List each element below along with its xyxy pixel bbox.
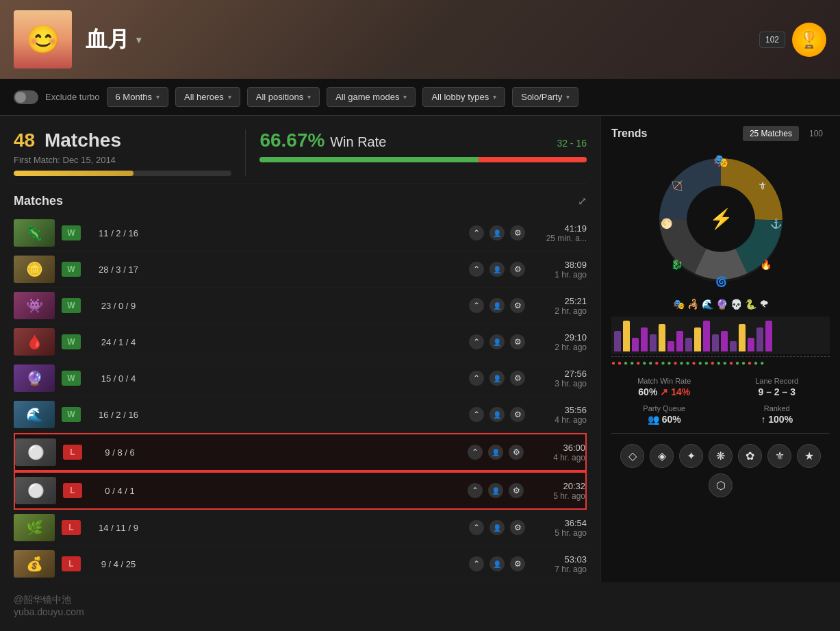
table-row[interactable]: 🌊 W 16 / 2 / 16 ⌃ 👤 ⚙ 35:56 4 hr. ago xyxy=(14,397,587,433)
party-queue-label: Party Queue xyxy=(611,404,717,412)
game-modes-filter-arrow: ▾ xyxy=(403,93,407,101)
result-badge: L xyxy=(63,445,82,460)
filters-bar: Exclude turbo 6 Months ▾ All heroes ▾ Al… xyxy=(0,79,840,116)
hero-icons-row: 🎭 🦂 🌊 🔮 💀 🐍 🌪 xyxy=(611,299,830,310)
svg-text:🎭: 🎭 xyxy=(713,153,729,169)
bar-chart-bars xyxy=(611,317,830,354)
winrate-header: 66.67% Win Rate 32 - 16 xyxy=(259,129,587,151)
right-panel: Trends 25 Matches 100 xyxy=(600,116,840,582)
table-row[interactable]: ⚪ L 0 / 4 / 1 ⌃ 👤 ⚙ 20:32 5 hr. ago xyxy=(14,471,587,510)
item-icon: ⚙ xyxy=(510,407,525,422)
result-badge: W xyxy=(62,371,81,386)
table-row[interactable]: 🦎 W 11 / 2 / 16 ⌃ 👤 ⚙ 41:19 25 min. a... xyxy=(14,215,587,251)
sort-icon: ⌃ xyxy=(469,407,484,422)
match-time: 38:09 1 hr. ago xyxy=(532,260,587,280)
positions-filter[interactable]: All positions ▾ xyxy=(247,87,320,107)
party-icon: 👤 xyxy=(489,407,505,422)
table-row[interactable]: 🌿 L 14 / 11 / 9 ⌃ 👤 ⚙ 36:54 5 hr. ago xyxy=(14,510,587,546)
bar xyxy=(659,324,665,351)
item-icon: ⚙ xyxy=(510,225,525,240)
bar xyxy=(676,331,683,351)
matches-stat: 48 Matches First Match: Dec 15, 2014 xyxy=(14,129,231,176)
heroes-filter[interactable]: All heroes ▾ xyxy=(175,87,240,107)
time-ago: 4 hr. ago xyxy=(532,415,587,425)
hero-thumbnail: 🌿 xyxy=(14,514,55,541)
party-icon: 👤 xyxy=(489,334,505,349)
winrate-bar xyxy=(259,157,587,162)
ranked: Ranked ↑ 100% xyxy=(724,404,830,425)
result-badge: L xyxy=(62,556,81,571)
watermark: @韶华镜中池 yuba.douyu.com xyxy=(14,594,84,617)
donut-svg: ⚡ 🎭 🗡 ⚓ 🔥 🌀 🐉 🌕 🏹 xyxy=(652,151,789,288)
time-filter-arrow: ▾ xyxy=(156,93,160,101)
bar xyxy=(756,327,763,351)
match-duration: 36:00 xyxy=(531,443,585,453)
trends-tabs: 25 Matches 100 xyxy=(743,126,830,141)
item-icon: ⚙ xyxy=(510,334,525,349)
result-badge: W xyxy=(62,298,81,313)
sort-icon: ⌃ xyxy=(468,445,483,460)
party-icon: 👤 xyxy=(488,483,503,498)
table-row[interactable]: 💰 L 9 / 4 / 25 ⌃ 👤 ⚙ 53:03 7 hr. ago xyxy=(14,546,587,582)
bar xyxy=(641,327,648,351)
bar xyxy=(712,334,719,351)
matches-header: Matches ⤢ xyxy=(14,184,587,215)
exclude-turbo-toggle[interactable] xyxy=(14,90,38,104)
donut-chart: ⚡ 🎭 🗡 ⚓ 🔥 🌀 🐉 🌕 🏹 xyxy=(652,151,789,288)
table-row[interactable]: 👾 W 23 / 0 / 9 ⌃ 👤 ⚙ 25:21 2 hr. ago xyxy=(14,288,587,324)
lobby-types-filter[interactable]: All lobby types ▾ xyxy=(422,87,505,107)
sort-icon: ⌃ xyxy=(469,298,484,313)
time-ago: 3 hr. ago xyxy=(532,379,587,388)
hero-thumbnail: ⚪ xyxy=(15,438,56,466)
hero-thumbnail: ⚪ xyxy=(15,477,56,504)
bar xyxy=(721,331,728,351)
svg-text:🌕: 🌕 xyxy=(660,218,672,230)
table-row[interactable]: ⚪ L 9 / 8 / 6 ⌃ 👤 ⚙ 36:00 4 hr. ago xyxy=(14,433,587,471)
tab-25-matches[interactable]: 25 Matches xyxy=(743,126,799,141)
expand-icon[interactable]: ⤢ xyxy=(578,195,587,208)
lane-record-value: 9 – 2 – 3 xyxy=(724,386,830,397)
bar xyxy=(685,338,692,351)
achievement-icon-1: ◇ xyxy=(620,444,644,468)
match-win-rate: Match Win Rate 60% ↗ 14% xyxy=(611,377,717,397)
lobby-types-filter-arrow: ▾ xyxy=(493,93,496,101)
party-queue-value: 👥 60% xyxy=(611,414,717,425)
game-modes-filter[interactable]: All game modes ▾ xyxy=(327,87,416,107)
bar xyxy=(765,321,772,351)
party-icon: 👤 xyxy=(489,298,505,313)
tab-100-matches[interactable]: 100 xyxy=(802,126,830,141)
bar xyxy=(632,338,639,351)
match-time: 36:54 5 hr. ago xyxy=(532,518,587,538)
trophy-icon: 🏆 xyxy=(792,23,826,57)
trends-header: Trends 25 Matches 100 xyxy=(611,126,830,141)
sort-icon: ⌃ xyxy=(469,225,484,240)
hero-thumbnail: 💰 xyxy=(14,550,55,578)
bar xyxy=(694,327,701,351)
match-icons: ⌃ 👤 ⚙ xyxy=(469,298,525,313)
match-duration: 35:56 xyxy=(532,405,587,415)
table-row[interactable]: 🔮 W 15 / 0 / 4 ⌃ 👤 ⚙ 27:56 3 hr. ago xyxy=(14,360,587,397)
time-ago: 2 hr. ago xyxy=(532,306,587,316)
table-row[interactable]: 🩸 W 24 / 1 / 4 ⌃ 👤 ⚙ 29:10 2 hr. ago xyxy=(14,324,587,360)
svg-text:🌀: 🌀 xyxy=(715,276,727,288)
time-filter[interactable]: 6 Months ▾ xyxy=(107,87,168,107)
winrate-score: 32 - 16 xyxy=(557,138,587,149)
match-win-rate-label: Match Win Rate xyxy=(611,377,717,385)
bar xyxy=(739,324,746,351)
matches-title: Matches xyxy=(14,194,63,208)
party-filter[interactable]: Solo/Party ▾ xyxy=(512,87,578,107)
table-row[interactable]: 🪙 W 28 / 3 / 17 ⌃ 👤 ⚙ 38:09 1 hr. ago xyxy=(14,251,587,288)
result-badge: W xyxy=(62,407,81,422)
username-dropdown[interactable]: ▾ xyxy=(136,34,141,45)
party-icon: 👤 xyxy=(488,445,503,460)
match-duration: 25:21 xyxy=(532,296,587,306)
time-ago: 1 hr. ago xyxy=(532,270,587,280)
time-ago: 5 hr. ago xyxy=(531,491,585,501)
svg-text:⚡: ⚡ xyxy=(709,208,733,230)
match-time: 35:56 4 hr. ago xyxy=(532,405,587,425)
bar xyxy=(748,338,754,351)
item-icon: ⚙ xyxy=(509,483,524,498)
sort-icon: ⌃ xyxy=(469,556,484,571)
username-text: 血月 xyxy=(86,25,129,55)
match-icons: ⌃ 👤 ⚙ xyxy=(469,407,525,422)
